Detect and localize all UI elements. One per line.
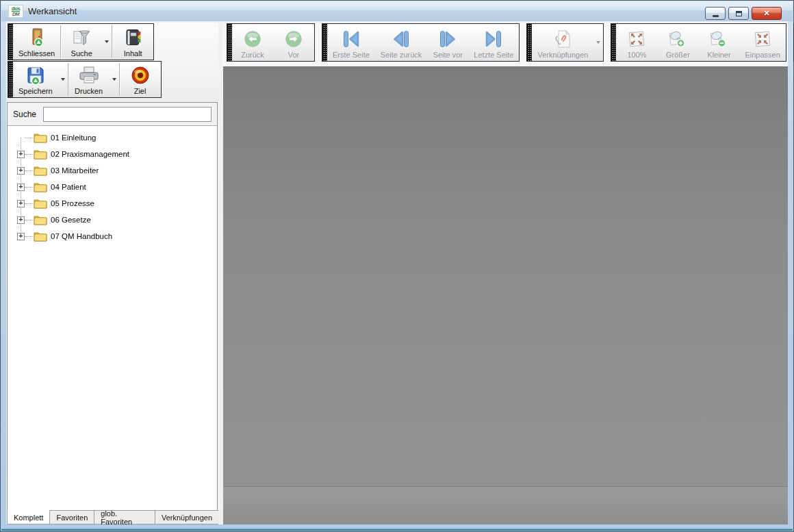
letzte-seite-button[interactable]: Letzte Seite (468, 24, 519, 61)
toolbar-grip[interactable] (227, 24, 232, 61)
search-bar: Suche (8, 103, 217, 126)
tree-item-label[interactable]: 04 Patient (51, 183, 86, 191)
tree-item[interactable]: 01 Einleitung (8, 129, 217, 146)
zoom-out-icon (708, 27, 729, 50)
app-logo-icon: dios DM (8, 5, 23, 18)
inhalt-button[interactable]: Inhalt (112, 24, 153, 60)
prev-page-icon (391, 27, 411, 50)
maximize-button[interactable] (728, 7, 749, 20)
tree-item[interactable]: 07 QM Handbuch (8, 228, 217, 244)
zoom-in-icon (667, 27, 688, 50)
folder-icon (34, 214, 47, 225)
toolbar-grip[interactable] (8, 24, 13, 60)
app-window: dios DM Werkansicht ✕ (0, 0, 794, 532)
search-label: Suche (13, 110, 36, 119)
last-page-icon (483, 27, 504, 50)
zoom-100-button[interactable]: 100% (616, 24, 657, 61)
seite-vor-button[interactable]: Seite vor (427, 24, 468, 61)
panel-splitter[interactable] (218, 21, 223, 524)
first-page-icon (341, 27, 361, 50)
toolbar-group-links: Verknüpfungen (526, 23, 604, 62)
viewer-footer-strip (223, 486, 788, 524)
print-icon (79, 64, 99, 86)
folder-icon (34, 132, 47, 143)
toolbar-group-pages: Erste Seite Seite zurück (322, 23, 520, 62)
tab-komplett[interactable]: Komplett (7, 510, 50, 524)
folder-icon (34, 165, 47, 176)
seite-zurueck-button[interactable]: Seite zurück (375, 24, 428, 61)
target-icon (130, 64, 151, 86)
expand-plus-icon[interactable] (17, 200, 25, 207)
dropdown-arrow-icon (105, 40, 109, 43)
zurueck-button[interactable]: Zurück (232, 24, 273, 61)
forward-arrow-icon (283, 27, 304, 50)
zoom-100-icon (626, 27, 647, 50)
toolbar-grip[interactable] (611, 24, 616, 61)
toolbar-group-row1: Schliessen Suche (8, 23, 154, 60)
tree-item[interactable]: 06 Gesetze (8, 212, 217, 228)
search-input[interactable] (43, 107, 212, 122)
maximize-icon (736, 11, 742, 16)
speichern-dropdown-button[interactable] (58, 62, 68, 97)
tree-item[interactable]: 02 Praxismanagement (8, 146, 217, 162)
minimize-button[interactable] (705, 7, 726, 20)
drucken-dropdown-button[interactable] (110, 62, 119, 97)
expand-plus-icon[interactable] (17, 233, 25, 240)
close-icon: ✕ (763, 9, 769, 18)
expand-plus-icon[interactable] (17, 151, 25, 158)
folder-icon (34, 231, 47, 242)
toolbar-grip[interactable] (322, 24, 327, 61)
tree-container: Suche 01 Einleitung 02 Praxismanagement (7, 102, 218, 511)
navigation-panel: Schliessen Suche (6, 21, 218, 524)
tab-verknuepfungen[interactable]: Verknüpfungen (155, 510, 219, 524)
toolbar-grip[interactable] (8, 62, 13, 97)
tree-item-label[interactable]: 03 Mitarbeiter (51, 166, 99, 175)
expand-plus-icon[interactable] (17, 216, 25, 224)
expand-plus-icon[interactable] (17, 183, 25, 191)
save-icon (25, 64, 46, 86)
bottom-tab-bar: Komplett Favoriten glob. Favoriten Verkn… (6, 510, 218, 524)
suche-dropdown-button[interactable] (102, 24, 112, 60)
tree-item-label[interactable]: 05 Prozesse (51, 199, 94, 207)
ziel-button[interactable]: Ziel (120, 62, 161, 97)
erste-seite-button[interactable]: Erste Seite (327, 24, 375, 61)
viewer-toolbar: Zurück Vor (223, 23, 788, 66)
tree-item-label[interactable]: 01 Einleitung (51, 134, 97, 142)
tab-glob-favoriten[interactable]: glob. Favoriten (94, 510, 155, 524)
pdf-link-icon (552, 27, 573, 50)
next-page-icon (437, 27, 458, 50)
tree-item[interactable]: 03 Mitarbeiter (8, 162, 217, 179)
schliessen-button[interactable]: Schliessen (13, 24, 60, 60)
tree-item-label[interactable]: 07 QM Handbuch (51, 232, 112, 240)
tree-item[interactable]: 04 Patient (8, 179, 217, 195)
vor-button[interactable]: Vor (273, 24, 314, 61)
tab-favoriten[interactable]: Favoriten (49, 510, 94, 524)
viewer-panel: Zurück Vor (223, 21, 788, 524)
dropdown-arrow-icon (596, 41, 600, 44)
suche-button[interactable]: Suche (61, 24, 102, 60)
toolbar-grip[interactable] (527, 24, 532, 61)
fit-page-icon (752, 27, 773, 50)
toolbar-group-zoom: 100% Grö (611, 23, 786, 62)
tree-item-label[interactable]: 02 Praxismanagement (51, 150, 129, 158)
dropdown-arrow-icon (61, 78, 65, 81)
window-controls: ✕ (705, 7, 782, 20)
contents-book-icon (123, 26, 142, 49)
kleiner-button[interactable]: Kleiner (698, 24, 739, 61)
speichern-button[interactable]: Speichern (13, 62, 58, 97)
einpassen-button[interactable]: Einpassen (739, 24, 785, 61)
document-viewer-canvas (223, 66, 788, 524)
titlebar: dios DM Werkansicht ✕ (1, 1, 793, 21)
expand-plus-icon[interactable] (17, 167, 25, 175)
toolbar-group-row2: Speichern (8, 61, 162, 98)
folder-icon (34, 198, 47, 209)
tree-item-label[interactable]: 06 Gesetze (51, 216, 91, 224)
tree-item[interactable]: 05 Prozesse (8, 195, 217, 212)
groesser-button[interactable]: Größer (657, 24, 698, 61)
folder-icon (34, 181, 47, 192)
window-title: Werkansicht (28, 6, 77, 16)
verknuepfungen-dropdown-button[interactable] (593, 24, 603, 61)
close-button[interactable]: ✕ (752, 7, 782, 20)
drucken-button[interactable]: Drucken (68, 62, 110, 97)
verknuepfungen-button[interactable]: Verknüpfungen (532, 24, 593, 61)
